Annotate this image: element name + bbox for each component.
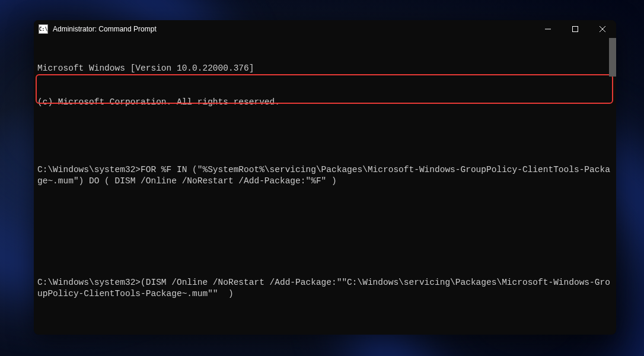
window-title: Administrator: Command Prompt <box>53 25 534 33</box>
terminal-line: C:\Windows\system32>FOR %F IN ("%SystemR… <box>37 164 613 187</box>
minimize-button[interactable] <box>534 20 562 38</box>
terminal-line <box>37 209 613 221</box>
terminal-line <box>37 131 613 142</box>
terminal-line <box>37 243 613 255</box>
titlebar[interactable]: C:\ Administrator: Command Prompt <box>34 20 616 38</box>
terminal-line: C:\Windows\system32>(DISM /Online /NoRes… <box>37 277 613 300</box>
svg-rect-1 <box>573 27 578 32</box>
terminal-line: (c) Microsoft Corporation. All rights re… <box>37 97 613 108</box>
maximize-button[interactable] <box>562 20 589 38</box>
cmd-icon: C:\ <box>39 24 48 34</box>
command-prompt-window: C:\ Administrator: Command Prompt Micros… <box>34 20 616 335</box>
terminal-line <box>37 322 613 333</box>
scrollbar-thumb[interactable] <box>609 38 616 77</box>
terminal-line: Microsoft Windows [Version 10.0.22000.37… <box>37 63 613 74</box>
close-button[interactable] <box>589 20 616 38</box>
window-controls <box>534 20 616 38</box>
terminal-output[interactable]: Microsoft Windows [Version 10.0.22000.37… <box>34 38 616 335</box>
